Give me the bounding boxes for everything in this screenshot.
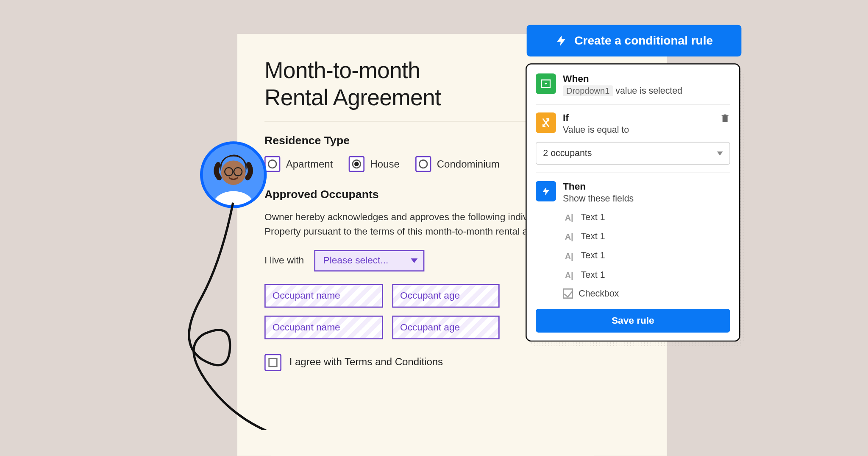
avatar bbox=[200, 141, 267, 208]
save-rule-button[interactable]: Save rule bbox=[536, 309, 730, 333]
radio-label: Apartment bbox=[286, 158, 333, 170]
when-field-pill[interactable]: Dropdown1 bbox=[563, 85, 613, 96]
then-icon bbox=[536, 181, 556, 201]
rule-panel: When Dropdown1 value is selected If Valu… bbox=[526, 63, 740, 341]
occupant-field[interactable]: Occupant name bbox=[264, 284, 383, 308]
then-field-item[interactable]: A|Text 1 bbox=[563, 269, 730, 281]
text-field-icon: A| bbox=[563, 250, 575, 261]
then-field-item[interactable]: A|Text 1 bbox=[563, 250, 730, 261]
create-conditional-rule-button[interactable]: Create a conditional rule bbox=[527, 25, 742, 57]
live-with-label: I live with bbox=[264, 255, 304, 266]
radio-icon bbox=[349, 156, 364, 172]
when-icon bbox=[536, 73, 556, 94]
when-subtext: Dropdown1 value is selected bbox=[563, 86, 730, 96]
if-label: If bbox=[563, 112, 629, 124]
text-field-icon: A| bbox=[563, 231, 575, 242]
occupant-field[interactable]: Occupant name bbox=[264, 316, 383, 339]
divider bbox=[536, 173, 730, 173]
radio-label: House bbox=[370, 158, 399, 170]
then-label: Then bbox=[563, 181, 730, 193]
then-field-item[interactable]: Checkbox bbox=[563, 288, 730, 299]
live-with-dropdown[interactable]: Please select... bbox=[314, 250, 424, 271]
then-field-list: A|Text 1A|Text 1A|Text 1A|Text 1Checkbox bbox=[563, 212, 730, 299]
chevron-down-icon bbox=[411, 258, 418, 263]
dropdown-placeholder: Please select... bbox=[323, 255, 389, 266]
checkbox-field-icon bbox=[563, 288, 573, 299]
terms-label: I agree with Terms and Conditions bbox=[289, 356, 443, 368]
text-field-icon: A| bbox=[563, 269, 575, 281]
then-field-item[interactable]: A|Text 1 bbox=[563, 231, 730, 242]
terms-checkbox[interactable] bbox=[264, 354, 281, 371]
radio-label: Condominium bbox=[437, 158, 500, 170]
occupant-field[interactable]: Occupant age bbox=[392, 316, 499, 339]
trash-icon bbox=[720, 112, 730, 124]
divider bbox=[536, 104, 730, 104]
if-icon bbox=[536, 112, 556, 133]
then-subtext: Show these fields bbox=[563, 193, 730, 204]
radio-icon bbox=[264, 156, 280, 172]
occupant-field[interactable]: Occupant age bbox=[392, 284, 499, 308]
bolt-icon bbox=[555, 34, 568, 48]
radio-icon bbox=[415, 156, 431, 172]
if-subtext: Value is equal to bbox=[563, 125, 629, 135]
residence-option[interactable]: House bbox=[349, 156, 400, 172]
then-field-item[interactable]: A|Text 1 bbox=[563, 212, 730, 223]
text-field-icon: A| bbox=[563, 212, 575, 223]
residence-option[interactable]: Apartment bbox=[264, 156, 333, 172]
residence-option[interactable]: Condominium bbox=[415, 156, 500, 172]
when-label: When bbox=[563, 73, 730, 85]
delete-condition-button[interactable] bbox=[720, 112, 730, 126]
chevron-down-icon bbox=[717, 151, 723, 155]
if-value-select[interactable]: 2 occupants bbox=[536, 142, 730, 165]
